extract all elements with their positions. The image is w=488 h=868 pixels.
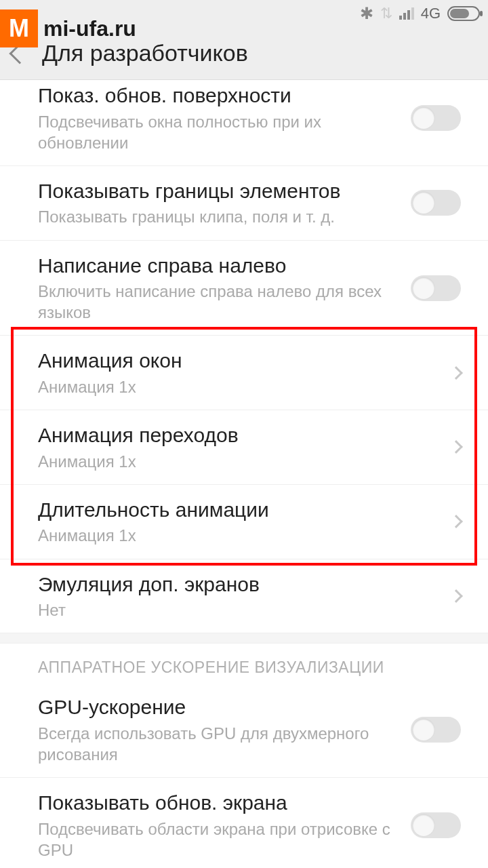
row-window-animation[interactable]: Анимация окон Анимация 1x <box>0 336 488 410</box>
row-subtitle: Анимация 1x <box>38 451 407 472</box>
chevron-right-icon <box>449 515 463 528</box>
row-title: Показывать границы элементов <box>38 178 407 204</box>
battery-icon <box>447 6 480 21</box>
chevron-right-icon <box>449 441 463 454</box>
toggle-layout-bounds[interactable] <box>411 190 461 216</box>
row-animator-duration[interactable]: Длительность анимации Анимация 1x <box>0 485 488 559</box>
row-title: Анимация окон <box>38 348 407 374</box>
row-subtitle: Подсвечивать окна полностью при их обнов… <box>38 111 407 153</box>
row-subtitle: Показывать границы клипа, поля и т. д. <box>38 206 407 227</box>
row-subtitle: Анимация 1x <box>38 376 407 397</box>
row-title: Написание справа налево <box>38 253 407 279</box>
row-subtitle: Всегда использовать GPU для двухмерного … <box>38 723 407 765</box>
watermark: M mi-ufa.ru <box>0 9 136 47</box>
chevron-right-icon <box>449 366 463 380</box>
row-title: Эмуляция доп. экранов <box>38 572 407 597</box>
toggle-gpu-rendering[interactable] <box>411 717 461 743</box>
row-title: Анимация переходов <box>38 422 407 448</box>
row-rtl[interactable]: Написание справа налево Включить написан… <box>0 241 488 336</box>
row-layout-bounds[interactable]: Показывать границы элементов Показывать … <box>0 166 488 241</box>
row-transition-animation[interactable]: Анимация переходов Анимация 1x <box>0 410 488 485</box>
settings-list: Показ. обнов. поверхности Подсвечивать о… <box>0 80 488 868</box>
toggle-rtl[interactable] <box>411 275 461 301</box>
section-header-hw-accel: АППАРАТНОЕ УСКОРЕНИЕ ВИЗУАЛИЗАЦИИ <box>0 644 488 682</box>
row-gpu-rendering[interactable]: GPU-ускорение Всегда использовать GPU дл… <box>0 682 488 778</box>
row-subtitle: Подсвечивать области экрана при отрисовк… <box>38 818 407 861</box>
data-arrows-icon: ⇅ <box>380 5 392 22</box>
section-divider <box>0 633 488 644</box>
toggle-gpu-view-updates[interactable] <box>411 812 461 838</box>
chevron-right-icon <box>449 589 463 603</box>
row-secondary-displays[interactable]: Эмуляция доп. экранов Нет <box>0 559 488 633</box>
signal-icon <box>399 7 414 20</box>
row-title: Длительность анимации <box>38 497 407 523</box>
toggle-surface-updates[interactable] <box>411 105 461 131</box>
row-surface-updates[interactable]: Показ. обнов. поверхности Подсвечивать о… <box>0 80 488 166</box>
row-subtitle: Анимация 1x <box>38 525 407 546</box>
row-gpu-view-updates[interactable]: Показывать обнов. экрана Подсвечивать об… <box>0 778 488 868</box>
row-subtitle: Нет <box>38 599 407 620</box>
row-subtitle: Включить написание справа налево для все… <box>38 281 407 323</box>
row-title: GPU-ускорение <box>38 694 407 720</box>
watermark-text: mi-ufa.ru <box>43 16 136 41</box>
bluetooth-icon: ✱ <box>360 4 373 23</box>
row-title: Показывать обнов. экрана <box>38 790 407 816</box>
row-title: Показ. обнов. поверхности <box>38 83 407 108</box>
network-label: 4G <box>421 5 441 22</box>
watermark-logo-icon: M <box>0 9 38 47</box>
